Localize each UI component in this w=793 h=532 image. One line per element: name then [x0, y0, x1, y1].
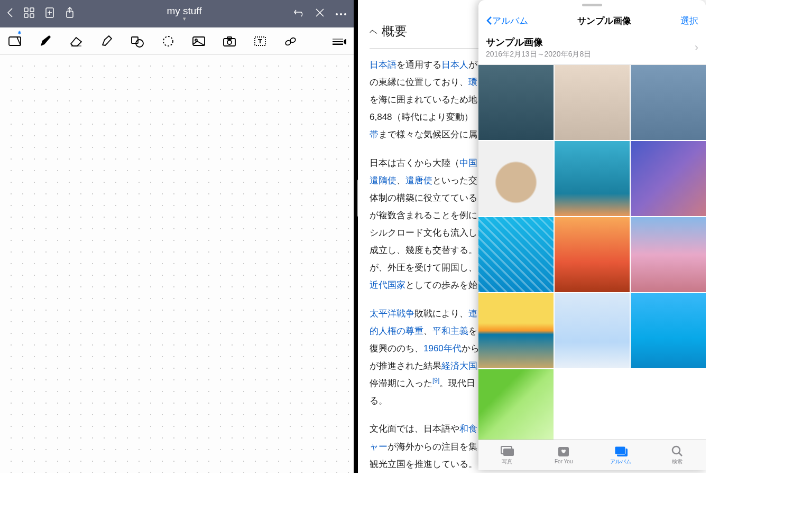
wiki-link[interactable]: 中国 [459, 158, 477, 168]
svg-point-23 [227, 40, 232, 44]
tab-foryou[interactable]: For You [536, 440, 593, 470]
photo-thumbnail[interactable] [478, 293, 554, 368]
photo-thumbnail[interactable] [631, 65, 706, 140]
eraser-tool-icon[interactable] [69, 34, 84, 49]
svg-line-15 [17, 37, 21, 45]
document-title[interactable]: my stuff ▾ [75, 5, 293, 22]
photo-thumbnail[interactable] [555, 217, 630, 292]
album-header[interactable]: サンプル画像 2016年2月13日～2020年6月8日 › [478, 32, 706, 65]
album-date: 2016年2月13日～2020年6月8日 [486, 50, 591, 59]
read-mode-icon[interactable] [7, 34, 22, 49]
photos-tab-icon [500, 445, 514, 457]
photo-thumbnail[interactable] [478, 141, 554, 216]
tab-search[interactable]: 検索 [649, 440, 706, 470]
wiki-link[interactable]: 1960年代 [423, 343, 462, 353]
photo-thumbnail[interactable] [555, 141, 630, 216]
photo-thumbnail[interactable] [555, 65, 630, 140]
camera-tool-icon[interactable] [222, 34, 237, 49]
share-icon[interactable] [64, 6, 75, 21]
photo-grid [478, 65, 706, 440]
shapes-tool-icon[interactable] [130, 34, 145, 49]
wiki-link[interactable]: 帯 [370, 129, 379, 139]
wiki-link[interactable]: 連 [468, 309, 477, 319]
wiki-link[interactable]: 近代国家 [370, 280, 405, 290]
stroke-style-icon[interactable] [331, 34, 346, 49]
wiki-link[interactable]: 和食 [459, 424, 477, 434]
wiki-link[interactable]: 太平洋戦争 [370, 309, 414, 319]
drawing-canvas[interactable] [0, 55, 354, 473]
photos-panel: アルバム サンプル画像 選択 サンプル画像 2016年2月13日～2020年6月… [478, 0, 706, 470]
nav-title: サンプル画像 [577, 15, 631, 27]
tab-albums[interactable]: アルバム [592, 440, 649, 470]
tab-photos[interactable]: 写真 [478, 440, 536, 470]
back-button[interactable]: アルバム [486, 15, 528, 27]
svg-rect-22 [224, 39, 235, 46]
bluetooth-icon: ✱ [17, 30, 33, 35]
photos-nav: アルバム サンプル画像 選択 [478, 10, 706, 32]
wiki-link[interactable]: 経済大国 [441, 361, 477, 371]
text-tool-icon[interactable] [253, 34, 268, 49]
svg-rect-3 [30, 14, 34, 17]
wiki-link[interactable]: 遣隋使 [370, 175, 396, 185]
panel-handle[interactable] [478, 0, 706, 10]
svg-line-40 [679, 453, 682, 456]
svg-point-12 [340, 13, 342, 15]
pen-tool-icon[interactable] [38, 34, 53, 49]
svg-point-11 [336, 13, 338, 15]
svg-rect-2 [24, 14, 28, 17]
foryou-tab-icon [557, 446, 570, 458]
wiki-link[interactable]: 環 [468, 77, 477, 87]
grid-icon[interactable] [23, 7, 35, 21]
photo-thumbnail[interactable] [631, 141, 706, 216]
svg-point-33 [344, 39, 346, 44]
photo-thumbnail[interactable] [631, 217, 706, 292]
svg-point-19 [163, 36, 173, 46]
wiki-link[interactable]: 的人権の尊重 [370, 326, 423, 336]
split-divider[interactable] [354, 0, 358, 473]
select-button[interactable]: 選択 [680, 15, 698, 27]
lasso-tool-icon[interactable] [161, 34, 176, 49]
search-tab-icon [670, 445, 684, 457]
highlighter-tool-icon[interactable] [99, 34, 114, 49]
album-title: サンプル画像 [486, 36, 591, 49]
svg-rect-0 [24, 8, 28, 12]
wiki-link[interactable]: 日本語 [370, 60, 396, 70]
photo-thumbnail[interactable] [478, 217, 554, 292]
image-tool-icon[interactable] [191, 34, 206, 49]
albums-tab-icon [614, 445, 628, 457]
wiki-link[interactable]: 平和主義 [432, 326, 468, 336]
svg-point-39 [672, 446, 680, 454]
svg-rect-1 [30, 8, 34, 12]
photo-thumbnail[interactable] [555, 293, 630, 368]
chevron-right-icon: › [695, 41, 698, 54]
browser-app: ヘ概要 日本語を通用する日本人が の東縁に位置しており、環 を海に囲まれているた… [358, 0, 706, 473]
wiki-link[interactable]: ャー [370, 442, 388, 452]
photos-tabbar: 写真 For You アルバム 検索 [478, 440, 706, 470]
photo-thumbnail[interactable] [631, 293, 706, 368]
citation-link[interactable]: [9] [432, 377, 439, 385]
undo-icon[interactable] [293, 8, 305, 20]
add-page-icon[interactable] [44, 7, 55, 21]
toolbar [0, 27, 354, 55]
titlebar: my stuff ▾ [0, 0, 354, 27]
back-icon[interactable] [6, 7, 14, 20]
more-icon[interactable] [335, 9, 347, 18]
photo-thumbnail[interactable] [478, 369, 554, 440]
wiki-link[interactable]: 日本人 [441, 60, 468, 70]
link-tool-icon[interactable] [283, 34, 298, 49]
photo-thumbnail[interactable] [478, 65, 554, 140]
wiki-link[interactable]: 遣唐使 [405, 175, 432, 185]
svg-point-13 [344, 13, 346, 15]
close-pen-icon[interactable] [315, 7, 325, 20]
svg-rect-38 [615, 446, 625, 454]
notes-app: my stuff ▾ ✱ [0, 0, 354, 473]
svg-rect-24 [227, 37, 232, 39]
